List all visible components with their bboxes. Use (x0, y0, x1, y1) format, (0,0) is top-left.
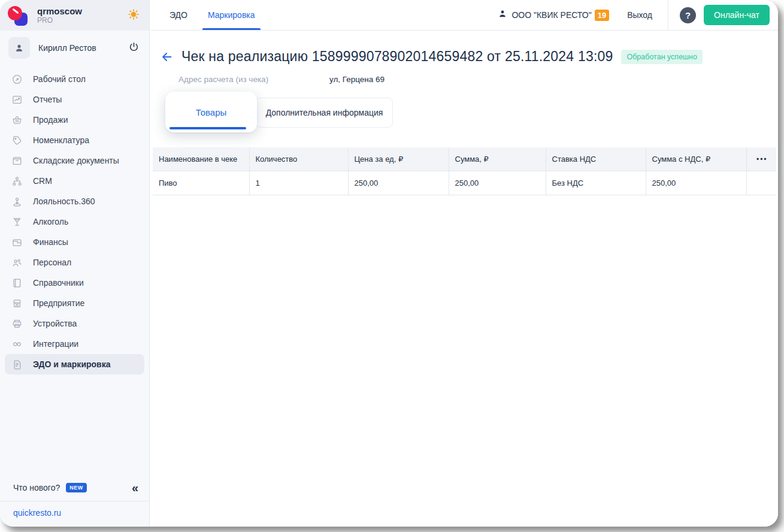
main-pane: ЭДО Маркировка ООО "КВИК РЕСТО" 19 Выход… (150, 0, 778, 527)
cell-name: Пиво (153, 171, 249, 195)
user-avatar (8, 37, 30, 59)
status-badge: Обработан успешно (621, 50, 703, 64)
sidebar-footer: Что нового? NEW « quickresto.ru (0, 476, 149, 527)
sidebar-item-integrations[interactable]: Интеграции (5, 334, 144, 354)
new-badge: NEW (66, 483, 87, 492)
infinity-icon (11, 338, 23, 350)
whats-new-link[interactable]: Что нового? (13, 483, 60, 492)
col-name: Наименование в чеке (153, 147, 249, 171)
col-vat-rate: Ставка НДС (546, 147, 646, 171)
sidebar-item-directories[interactable]: Справочники (5, 273, 144, 293)
org-selector[interactable]: ООО "КВИК РЕСТО" 19 (498, 9, 609, 21)
app-window: qrmoscow PRO Кирилл Рестов (0, 0, 778, 527)
sidebar-item-devices[interactable]: Устройства (5, 313, 144, 334)
store-icon (11, 298, 23, 309)
tab-marking[interactable]: Маркировка (208, 0, 255, 30)
sidebar-item-warehouse-docs[interactable]: Складские документы (5, 150, 144, 171)
sidebar-nav: Рабочий стол Отчеты Продажи Номенклатура… (0, 65, 149, 378)
people-icon (11, 257, 23, 268)
cell-sum: 250,00 (449, 171, 546, 195)
sidebar-item-loyalty[interactable]: Лояльность.360 (5, 191, 144, 211)
sidebar-item-crm[interactable]: CRM (5, 171, 144, 191)
org-name: ООО "КВИК РЕСТО" (511, 10, 591, 20)
sidebar-item-sales[interactable]: Продажи (5, 110, 144, 130)
collapse-sidebar-icon[interactable]: « (132, 482, 138, 494)
tab-goods[interactable]: Товары (165, 92, 257, 132)
sidebar-item-staff[interactable]: Персонал (5, 252, 144, 273)
quickresto-site-link[interactable]: quickresto.ru (13, 508, 61, 518)
online-chat-button[interactable]: Онлайн-чат (704, 5, 770, 25)
sidebar-item-reports[interactable]: Отчеты (5, 89, 144, 110)
document-icon (11, 359, 23, 370)
col-quantity: Количество (249, 147, 348, 171)
sidebar-item-desktop[interactable]: Рабочий стол (5, 69, 144, 89)
glass-icon (11, 216, 23, 228)
reports-icon (11, 94, 23, 105)
workspace-block: qrmoscow PRO (37, 6, 82, 25)
workspace-plan: PRO (37, 16, 82, 25)
back-arrow-icon[interactable] (161, 50, 174, 64)
wallet-icon (11, 237, 23, 248)
table-header-row: Наименование в чеке Количество Цена за е… (153, 147, 776, 171)
sidebar-item-enterprise[interactable]: Предприятие (5, 293, 144, 313)
cell-vat-rate: Без НДС (546, 171, 646, 195)
sidebar: qrmoscow PRO Кирилл Рестов (0, 0, 150, 527)
page-title: Чек на реализацию 1589999078902014659482… (181, 49, 613, 65)
book-icon (11, 277, 23, 289)
logout-button[interactable]: Выход (627, 10, 652, 20)
tab-edo[interactable]: ЭДО (169, 0, 187, 30)
sidebar-item-edo-marking[interactable]: ЭДО и маркировка (5, 354, 144, 374)
cell-quantity: 1 (249, 171, 348, 195)
detail-tabs: Товары Дополнительная информация (153, 92, 776, 146)
content: Чек на реализацию 1589999078902014659482… (150, 31, 778, 527)
cell-sum-with-vat: 250,00 (646, 171, 746, 195)
loyalty-icon (11, 196, 23, 207)
sidebar-item-alcohol[interactable]: Алкоголь (5, 211, 144, 232)
topbar-divider (668, 0, 668, 30)
address-value: ул, Герцена 69 (329, 75, 385, 84)
sidebar-item-nomenclature[interactable]: Номенклатура (5, 130, 144, 150)
printer-icon (11, 318, 23, 330)
workspace-name: qrmoscow (37, 6, 82, 16)
address-row: Адрес расчета (из чека) ул, Герцена 69 (178, 75, 776, 84)
tab-additional-info[interactable]: Дополнительная информация (256, 98, 393, 128)
sidebar-header: qrmoscow PRO (0, 0, 149, 31)
col-unit-price: Цена за ед, ₽ (348, 147, 449, 171)
org-person-icon (498, 9, 507, 21)
sales-icon (11, 114, 23, 126)
col-sum-with-vat: Сумма с НДС, ₽ (646, 147, 746, 171)
address-label: Адрес расчета (из чека) (178, 75, 329, 84)
table-row[interactable]: Пиво 1 250,00 250,00 Без НДС 250,00 (153, 171, 776, 195)
col-sum: Сумма, ₽ (449, 147, 546, 171)
tag-icon (11, 135, 23, 146)
cell-unit-price: 250,00 (348, 171, 449, 195)
box-icon (11, 155, 23, 167)
org-count-badge: 19 (595, 10, 609, 21)
help-button[interactable]: ? (680, 7, 696, 23)
table-columns-menu-icon[interactable]: ••• (746, 147, 776, 171)
theme-toggle-sun-icon[interactable] (128, 8, 140, 23)
logout-power-icon[interactable] (128, 41, 140, 55)
items-table: Наименование в чеке Количество Цена за е… (153, 147, 776, 195)
topbar: ЭДО Маркировка ООО "КВИК РЕСТО" 19 Выход… (150, 0, 778, 31)
desktop-icon (11, 74, 23, 85)
crm-icon (11, 176, 23, 187)
sidebar-item-finance[interactable]: Финансы (5, 232, 144, 252)
quickresto-logo-icon (7, 5, 29, 26)
user-name: Кирилл Рестов (38, 43, 96, 53)
user-row[interactable]: Кирилл Рестов (0, 31, 149, 65)
